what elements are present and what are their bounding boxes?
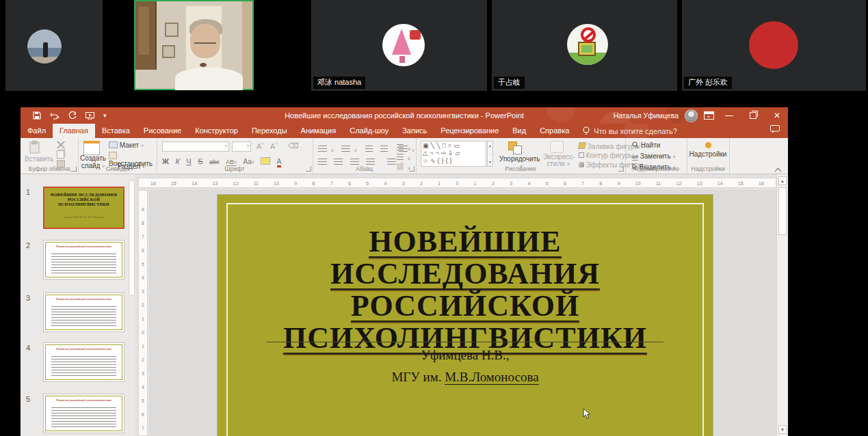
ruler-mark: 3 [510,181,512,186]
slide-thumbnail-4[interactable]: Развитие российской психолингвистики [43,342,124,382]
clipboard-dialog-launcher[interactable] [71,166,77,172]
align-left-icon[interactable] [318,159,327,165]
numbering-icon[interactable] [341,146,350,152]
ruler-mark: 1 [139,312,147,326]
find-button[interactable]: Найти [632,141,660,149]
layout-button[interactable]: Макет ˅ [109,141,144,149]
slide-affiliation[interactable]: МГУ им. М.В.Ломоносова [218,370,713,385]
close-button[interactable]: ✕ [770,107,785,124]
participant-tile-4[interactable]: 于占岐 [492,0,677,91]
ribbon-tab-2[interactable]: Главная [53,124,95,138]
minimize-button[interactable]: — [722,107,737,124]
paste-icon[interactable] [29,141,40,154]
strikethrough-button[interactable]: S [198,157,202,165]
ribbon-tab-6[interactable]: Переходы [245,124,294,138]
slide-title[interactable]: НОВЕЙШИЕИССЛЕДОВАНИЯРОССИЙСКОЙПСИХОЛИНГВ… [218,228,713,356]
align-center-icon[interactable] [334,159,343,165]
slide-thumbnails-panel: 1НОВЕЙШИЕ ИССЛЕДОВАНИЯ РОССИЙСКОЙ ПСИХОЛ… [21,174,135,436]
restore-button[interactable] [746,107,761,124]
copy-icon[interactable] [57,150,64,159]
slide-thumbnail-2[interactable]: Развитие российской психолингвистики [43,240,124,280]
font-dialog-launcher[interactable] [306,166,311,172]
thumbnails-scrollbar-thumb[interactable] [129,180,135,296]
clear-formatting-icon[interactable]: ⌫ [288,141,299,150]
decrease-indent-icon[interactable] [365,146,373,152]
grow-font-icon[interactable]: Аˆ [257,142,264,150]
ribbon-tab-8[interactable]: Слайд-шоу [343,124,395,138]
drawing-dialog-launcher[interactable] [618,166,624,172]
account-area[interactable]: Наталья Уфимцева [614,107,714,124]
ribbon-tab-4[interactable]: Рисование [137,124,188,138]
slide-canvas[interactable]: НОВЕЙШИЕИССЛЕДОВАНИЯРОССИЙСКОЙПСИХОЛИНГВ… [218,195,713,436]
ruler-mark: 6 [348,181,351,186]
participant-tile-3[interactable]: 邓泳 natasha [311,0,487,91]
slide-editing-area[interactable]: НОВЕЙШИЕИССЛЕДОВАНИЯРОССИЙСКОЙПСИХОЛИНГВ… [149,190,776,436]
ruler-mark: 5 [546,181,549,186]
ribbon-tab-12[interactable]: Справка [533,124,576,138]
ribbon-group-paragraph: ˅ ˅ ˅ ˅ ˅ ˅ ˅ Абзац [313,138,417,174]
columns-icon[interactable] [387,159,396,165]
scroll-down-icon[interactable]: ▼ [778,425,787,434]
paragraph-dialog-launcher[interactable] [409,166,415,172]
slide-thumbnail-1[interactable]: НОВЕЙШИЕ ИССЛЕДОВАНИЯ РОССИЙСКОЙ ПСИХОЛИ… [43,187,124,229]
ruler-mark: 5 [366,181,369,186]
video-cabinet [135,1,157,70]
increase-indent-icon[interactable] [380,146,388,152]
ruler-mark: 11 [254,181,259,186]
new-slide-icon[interactable] [83,141,100,155]
affiliation-prefix: МГУ им. [391,370,445,384]
font-name-combobox[interactable] [162,141,229,152]
shrink-font-icon[interactable]: Аˇ [270,142,278,150]
ribbon-tab-11[interactable]: Вид [505,124,533,138]
workspace: 1НОВЕЙШИЕ ИССЛЕДОВАНИЯ РОССИЙСКОЙ ПСИХОЛ… [21,174,788,436]
change-case-button[interactable]: Аа˅ [243,158,254,165]
ribbon-tab-1[interactable]: Файл [21,124,53,138]
ribbon-tab-3[interactable]: Вставка [95,124,137,138]
thumbnail-subtitle: Уфимцева Н.В., МГУ им. М.В.Ломоносова [53,216,116,219]
ribbon-tab-10[interactable]: Рецензирование [434,124,505,138]
participant-tile-5[interactable]: 广外 彭乐欢 [682,0,866,91]
replace-button[interactable]: ab Заменить ˅ [632,152,676,160]
tell-me-box[interactable]: Что вы хотите сделать? [576,124,684,138]
cut-icon[interactable] [56,141,66,148]
letter-glyph: А [270,142,275,150]
slide-thumbnail-3[interactable]: Развитие российской психолингвистики [43,292,124,332]
ribbon-tab-row: ФайлГлавнаяВставкаРисованиеКонструкторПе… [21,124,788,138]
case-glyph: Аа [243,158,251,165]
font-size-combobox[interactable] [232,141,251,152]
slide-author[interactable]: Уфимцева Н.В., [218,348,713,363]
comments-icon[interactable] [770,125,780,133]
scroll-up-icon[interactable]: ▲ [778,176,787,185]
replace-label: Заменить [640,152,671,160]
thumbnail-number: 5 [26,395,30,403]
highlight-color-icon[interactable] [261,157,270,165]
ruler-mark: 7 [139,422,147,435]
paste-button[interactable]: Вставить [25,155,53,163]
editing-area-scrollbar[interactable]: ▲ ▼ [776,174,788,436]
ribbon-display-options-icon[interactable] [704,111,714,120]
collapse-ribbon-icon[interactable] [776,167,781,171]
bold-button[interactable]: Ж [162,157,169,165]
ribbon-tab-5[interactable]: Конструктор [188,124,245,138]
justify-icon[interactable] [366,159,375,165]
slide-thumbnail-5[interactable]: Развитие российской психолингвистики [43,394,124,433]
underline-button[interactable]: Ч [186,157,191,165]
text-shadow-button[interactable]: abc [209,159,220,165]
shapes-gallery-scrollbar[interactable]: ▴-▾ [487,141,493,167]
addins-button[interactable]: Надстройки [687,142,729,158]
thumbnail-body-text-lines [51,356,117,377]
participant-tile-natalia-video[interactable]: Natalia [134,0,254,90]
bullets-icon[interactable] [318,146,327,152]
red-drawing-bit [410,30,421,40]
scrollbar-thumb[interactable] [778,187,787,235]
italic-button[interactable]: К [175,157,179,165]
shapes-gallery[interactable]: ▣╲╲□○▭△¬¬⇨⇩▱☆∿(){} [421,141,486,167]
ruler-mark: 8 [599,181,602,186]
find-label: Найти [641,141,661,149]
participant-tile-1[interactable] [5,0,103,91]
ribbon-tab-9[interactable]: Запись [395,124,434,138]
ruler-mark: 6 [139,408,147,422]
ribbon-tab-7[interactable]: Анимация [294,124,343,138]
group-label-addins: Надстройки [687,165,729,172]
align-right-icon[interactable] [350,159,359,165]
